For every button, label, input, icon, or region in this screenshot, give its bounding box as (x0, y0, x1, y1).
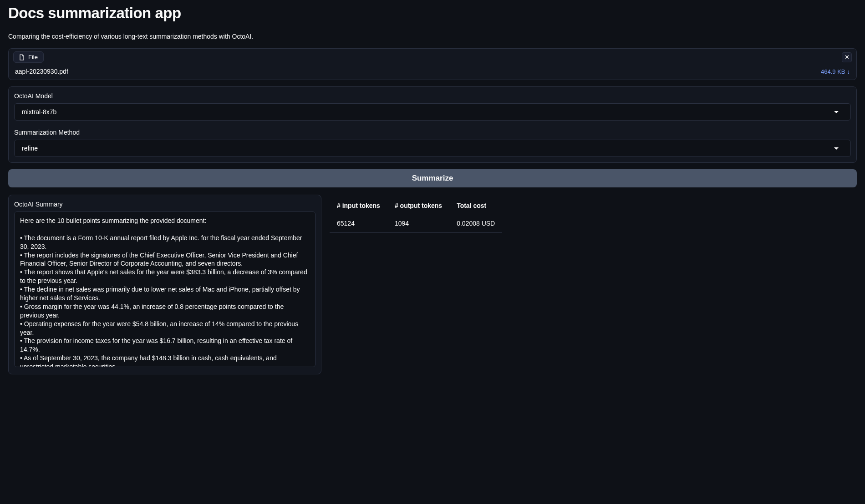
summary-label: OctoAI Summary (14, 201, 315, 208)
cell-input-tokens: 65124 (330, 214, 387, 233)
method-select-value: refine (22, 145, 38, 152)
table-row: 65124 1094 0.02008 USD (330, 214, 502, 233)
file-name: aapl-20230930.pdf (15, 68, 68, 75)
summary-panel: OctoAI Summary (8, 195, 321, 374)
download-icon[interactable]: ↓ (847, 68, 850, 75)
form-panel: OctoAI Model mixtral-8x7b Summarization … (8, 86, 857, 163)
file-button-label: File (28, 54, 38, 60)
close-button[interactable]: ✕ (842, 52, 852, 62)
summarize-button[interactable]: Summarize (8, 169, 857, 187)
summary-textarea[interactable] (14, 212, 315, 367)
model-select[interactable]: mixtral-8x7b (14, 103, 851, 121)
page-subtitle: Comparing the cost-efficiency of various… (8, 33, 857, 40)
method-select[interactable]: refine (14, 140, 851, 157)
model-label: OctoAI Model (14, 92, 851, 100)
page-title: Docs summarization app (8, 5, 857, 22)
stats-table: # input tokens # output tokens Total cos… (330, 197, 502, 233)
file-upload-button[interactable]: File (13, 51, 44, 63)
header-input-tokens: # input tokens (330, 197, 387, 214)
file-size: 464.9 KB (821, 68, 845, 75)
cell-total-cost: 0.02008 USD (449, 214, 502, 233)
close-icon: ✕ (845, 54, 850, 60)
cell-output-tokens: 1094 (387, 214, 449, 233)
model-select-value: mixtral-8x7b (22, 108, 56, 116)
file-icon (19, 54, 25, 60)
header-total-cost: Total cost (449, 197, 502, 214)
header-output-tokens: # output tokens (387, 197, 449, 214)
chevron-down-icon (834, 111, 839, 113)
file-panel: File ✕ aapl-20230930.pdf 464.9 KB ↓ (8, 48, 857, 80)
method-label: Summarization Method (14, 129, 851, 136)
chevron-down-icon (834, 147, 839, 150)
table-header-row: # input tokens # output tokens Total cos… (330, 197, 502, 214)
